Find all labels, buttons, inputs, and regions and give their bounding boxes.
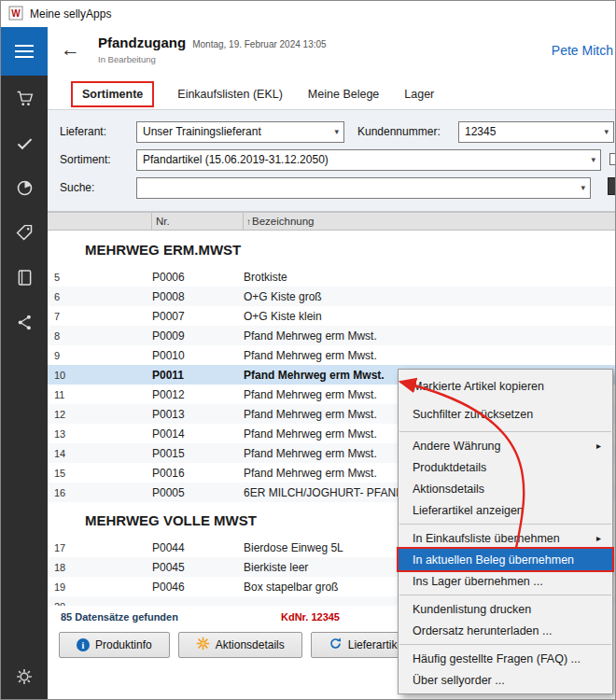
menu-item[interactable]: Häufig gestellte Fragen (FAQ) ... bbox=[399, 648, 612, 669]
pie-chart-icon bbox=[15, 178, 35, 198]
produktinfo-button[interactable]: i Produktinfo bbox=[59, 632, 170, 658]
lieferant-select[interactable]: Unser Trainingslieferant ▾ bbox=[136, 121, 344, 143]
hamburger-icon bbox=[15, 41, 34, 62]
group-header: MEHRWEG ERM.MWST bbox=[48, 231, 615, 267]
cell-nr: P0007 bbox=[152, 310, 244, 323]
header-cell-nr[interactable]: Nr. bbox=[152, 213, 244, 230]
lieferant-value: Unser Trainingslieferant bbox=[143, 125, 261, 138]
menu-button[interactable] bbox=[1, 27, 48, 76]
cell-nr: P0044 bbox=[152, 541, 244, 554]
cell-bezeichnung: Pfand Mehrweg erm Mwst. bbox=[244, 329, 615, 343]
menu-item[interactable]: In Einkaufsliste übernehmen▸ bbox=[399, 527, 612, 549]
menu-item[interactable]: In aktuellen Beleg übernehmen bbox=[399, 549, 612, 570]
menu-item[interactable]: Markierte Artikel kopieren bbox=[399, 372, 612, 400]
row-number: 5 bbox=[48, 272, 78, 283]
menu-separator bbox=[399, 644, 611, 645]
menu-item[interactable]: Kundenlistung drucken bbox=[399, 598, 612, 620]
menu-item-label: Suchfilter zurücksetzen bbox=[413, 408, 601, 421]
cell-nr: P0005 bbox=[152, 486, 244, 499]
menu-separator bbox=[399, 595, 611, 595]
svg-text:W: W bbox=[11, 8, 21, 19]
table-row[interactable]: 8P0009Pfand Mehrweg erm Mwst. bbox=[48, 326, 615, 345]
lieferant-label: Lieferant: bbox=[60, 125, 106, 138]
submenu-arrow-icon: ▸ bbox=[596, 533, 601, 543]
table-row[interactable]: 7P0007O+G Kiste klein bbox=[48, 306, 615, 326]
customer-number-badge: KdNr. 12345 bbox=[281, 611, 340, 623]
menu-separator bbox=[399, 524, 611, 525]
user-name-link[interactable]: Pete Mitch bbox=[552, 43, 613, 58]
sortiment-label: Sortiment: bbox=[60, 153, 111, 166]
tab-meine-belege[interactable]: Meine Belege bbox=[308, 88, 379, 101]
header-cell-blank bbox=[48, 213, 152, 230]
table-row[interactable]: 5P0006Brotkiste bbox=[48, 267, 615, 287]
row-number: 8 bbox=[48, 330, 78, 342]
tab-bar: Sortimente Einkaufslisten (EKL) Meine Be… bbox=[48, 79, 615, 109]
row-number: 9 bbox=[48, 350, 78, 361]
cell-nr: P0046 bbox=[152, 581, 244, 594]
cell-bezeichnung: O+G Kiste groß bbox=[244, 290, 615, 303]
table-header: Nr. ↑ Bezeichnung bbox=[48, 212, 615, 231]
menu-item[interactable]: Suchfilter zurücksetzen bbox=[399, 400, 612, 428]
table-row[interactable]: 6P0008O+G Kiste groß bbox=[48, 287, 615, 306]
cart-icon bbox=[15, 89, 35, 108]
cell-nr: P0013 bbox=[152, 408, 244, 421]
sidebar-item-offers[interactable] bbox=[1, 210, 48, 255]
menu-item[interactable]: Über sellyorder ... bbox=[399, 669, 612, 691]
sidebar-item-tasks[interactable] bbox=[1, 120, 48, 165]
menu-item[interactable]: Ordersatz herunterladen ... bbox=[399, 620, 612, 641]
cell-nr: P0009 bbox=[152, 329, 244, 343]
cell-nr: P0010 bbox=[152, 349, 244, 362]
sidebar-item-share[interactable] bbox=[1, 300, 48, 344]
sortiment-select[interactable]: Pfandartikel (15.06.2019-31.12.2050) ▾ bbox=[136, 149, 601, 171]
row-number: 7 bbox=[48, 311, 78, 322]
menu-item-label: In Einkaufsliste übernehmen bbox=[413, 532, 596, 545]
menu-item-label: Ins Lager übernehmen ... bbox=[413, 575, 601, 588]
header-cell-bezeichnung[interactable]: ↑ Bezeichnung bbox=[244, 213, 615, 230]
refresh-icon bbox=[329, 637, 343, 653]
menu-item[interactable]: Produktdetails bbox=[399, 456, 612, 478]
record-count: 85 Datensätze gefunden bbox=[61, 611, 178, 623]
kundennummer-select[interactable]: 12345 ▾ bbox=[458, 121, 614, 143]
sidebar-item-statistics[interactable] bbox=[1, 165, 48, 210]
aktionsdetails-button[interactable]: Aktionsdetails bbox=[178, 632, 302, 658]
chevron-down-icon: ▾ bbox=[581, 178, 585, 198]
row-number: 6 bbox=[48, 291, 78, 302]
menu-item-label: Aktionsdetails bbox=[413, 483, 601, 496]
filter-checkbox[interactable] bbox=[609, 153, 616, 165]
menu-item-label: Häufig gestellte Fragen (FAQ) ... bbox=[413, 652, 601, 665]
row-number: 13 bbox=[48, 428, 78, 440]
cell-nr: P0016 bbox=[152, 467, 244, 480]
share-icon bbox=[15, 313, 35, 332]
menu-item[interactable]: Aktionsdetails bbox=[399, 478, 612, 499]
scan-button[interactable] bbox=[608, 177, 616, 195]
menu-item-label: Andere Währung bbox=[413, 440, 596, 453]
search-input[interactable]: ▾ bbox=[136, 177, 591, 199]
row-number: 15 bbox=[48, 468, 78, 479]
catalog-icon bbox=[15, 268, 35, 287]
sort-ascending-icon: ↑ bbox=[246, 217, 251, 227]
menu-item[interactable]: Andere Währung▸ bbox=[399, 435, 612, 456]
sparkle-icon bbox=[196, 637, 210, 653]
sidebar-item-settings[interactable] bbox=[1, 667, 48, 690]
back-button[interactable]: ← bbox=[61, 39, 80, 59]
menu-item[interactable]: Ins Lager übernehmen ... bbox=[399, 570, 612, 592]
chevron-down-icon: ▾ bbox=[334, 122, 339, 142]
menu-separator bbox=[399, 431, 611, 432]
row-number: 16 bbox=[48, 487, 78, 498]
suche-label: Suche: bbox=[60, 181, 94, 194]
tab-einkaufslisten[interactable]: Einkaufslisten (EKL) bbox=[177, 88, 283, 101]
tag-icon bbox=[15, 223, 35, 243]
tab-sortimente[interactable]: Sortimente bbox=[73, 83, 152, 105]
sidebar-item-cart[interactable] bbox=[1, 76, 48, 120]
sidebar-item-catalog[interactable] bbox=[1, 255, 48, 300]
app-title: Meine sellyApps bbox=[30, 7, 111, 21]
table-row[interactable]: 9P0010Pfand Mehrweg erm Mwst. bbox=[48, 345, 615, 365]
row-number: 18 bbox=[48, 562, 78, 573]
row-number: 19 bbox=[48, 581, 78, 593]
cell-bezeichnung: Brotkiste bbox=[244, 271, 615, 284]
page-title: Pfandzugang bbox=[98, 35, 186, 50]
menu-item[interactable]: Lieferartikel anzeigen bbox=[399, 499, 612, 521]
page-header: ← PfandzugangMontag, 19. Februar 2024 13… bbox=[48, 27, 615, 79]
tab-lager[interactable]: Lager bbox=[404, 88, 434, 101]
menu-item-label: Ordersatz herunterladen ... bbox=[413, 624, 601, 637]
